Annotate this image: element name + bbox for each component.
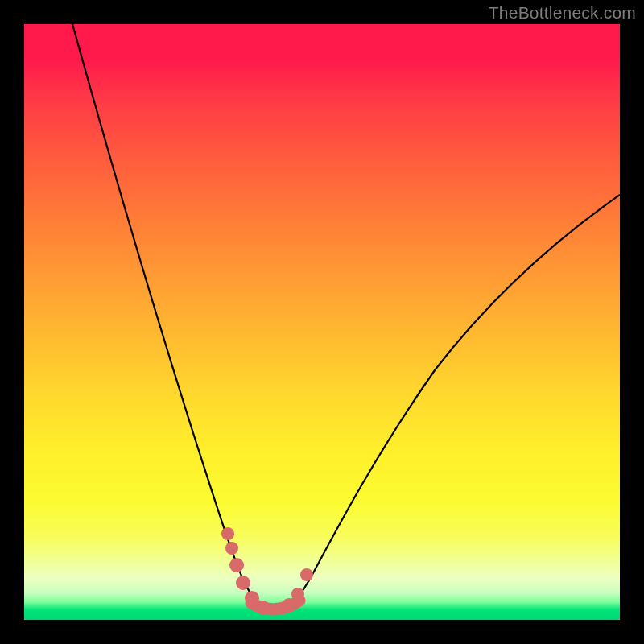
chart-svg	[24, 24, 620, 620]
watermark-text: TheBottleneck.com	[489, 3, 636, 23]
dot-left-1	[221, 527, 234, 540]
dot-left-4	[236, 576, 250, 590]
dot-left-2	[225, 542, 238, 555]
dot-right-1	[282, 598, 296, 613]
dot-right-2	[291, 588, 304, 601]
dot-left-6	[256, 601, 270, 615]
curve-right	[275, 195, 620, 613]
curve-left	[72, 24, 275, 613]
dot-left-3	[229, 558, 244, 572]
chart-plot-area	[24, 24, 620, 620]
dot-left-5	[245, 591, 259, 605]
chart-frame: TheBottleneck.com	[0, 0, 644, 644]
dot-right-3	[300, 568, 313, 581]
